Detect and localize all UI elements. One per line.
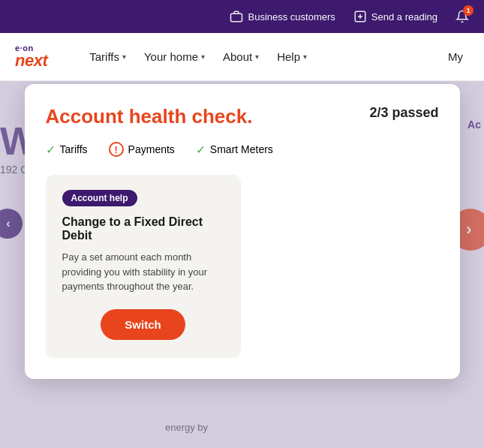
nav-items: Tariffs ▾ Your home ▾ About ▾ Help ▾ My [83,47,469,66]
business-customers-label: Business customers [248,11,335,23]
account-help-card: Account help Change to a Fixed Direct De… [46,175,241,358]
check-pass-icon: ✓ [196,143,206,157]
account-help-badge: Account help [62,190,137,206]
modal-title: Account health check. [46,105,253,128]
check-payments-label: Payments [128,143,175,155]
account-health-modal: Account health check. 2/3 passed ✓ Tarif… [25,84,460,379]
nav-about-label: About [223,50,252,63]
nav-about[interactable]: About ▾ [217,47,265,66]
switch-button[interactable]: Switch [101,309,185,340]
notifications-link[interactable]: 1 [455,10,469,23]
nav-my[interactable]: My [442,47,469,66]
nav-your-home-label: Your home [144,50,198,63]
chevron-down-icon: ▾ [303,53,307,61]
nav-help[interactable]: Help ▾ [271,47,313,66]
card-description: Pay a set amount each month providing yo… [62,250,224,294]
nav-tariffs-label: Tariffs [89,50,119,63]
send-reading-link[interactable]: Send a reading [353,10,437,23]
check-smart-meters-label: Smart Meters [210,143,273,155]
check-warn-icon: ! [109,142,124,157]
modal-score: 2/3 passed [369,105,438,121]
nav-your-home[interactable]: Your home ▾ [138,47,211,66]
chevron-down-icon: ▾ [255,53,259,61]
card-title: Change to a Fixed Direct Debit [62,215,224,242]
notification-count: 1 [463,5,473,16]
modal-header: Account health check. 2/3 passed [46,105,439,128]
check-payments: ! Payments [109,142,175,157]
business-customers-link[interactable]: Business customers [230,10,335,23]
modal-checks: ✓ Tariffs ! Payments ✓ Smart Meters [46,142,439,157]
meter-icon [353,10,367,23]
svg-rect-0 [231,14,242,22]
check-tariffs: ✓ Tariffs [46,143,88,157]
logo[interactable]: e·on next [15,44,47,69]
check-pass-icon: ✓ [46,143,56,157]
logo-next: next [15,53,47,69]
nav-bar: e·on next Tariffs ▾ Your home ▾ About ▾ … [0,33,484,81]
chevron-down-icon: ▾ [201,53,205,61]
top-bar: Business customers Send a reading 1 [0,0,484,33]
briefcase-icon [230,10,243,23]
check-tariffs-label: Tariffs [60,143,88,155]
chevron-down-icon: ▾ [122,53,126,61]
nav-my-label: My [448,50,463,63]
nav-tariffs[interactable]: Tariffs ▾ [83,47,132,66]
check-smart-meters: ✓ Smart Meters [196,143,273,157]
send-reading-label: Send a reading [371,11,437,23]
nav-help-label: Help [277,50,300,63]
main-background: W 192 G Ac ‹ › t paym payment ment is s … [0,81,484,448]
modal-overlay: Account health check. 2/3 passed ✓ Tarif… [0,81,484,448]
